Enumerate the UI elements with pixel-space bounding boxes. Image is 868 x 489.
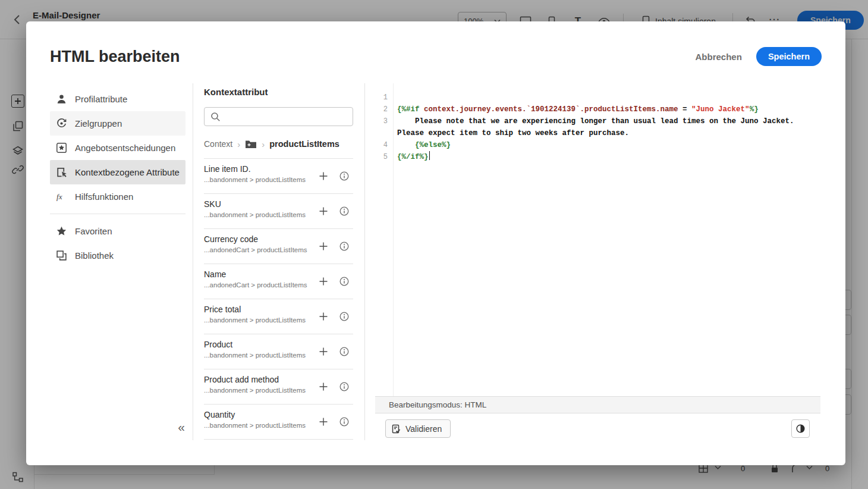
sidebar-item-label: Hilfsfunktionen [75, 192, 133, 202]
info-icon[interactable] [337, 415, 351, 429]
attribute-row: SKU...bandonment > productListItems [204, 194, 353, 229]
code-text [393, 92, 820, 104]
info-icon[interactable] [337, 274, 351, 289]
sidebar-item-label: Zielgruppen [75, 118, 122, 128]
code-line[interactable]: 2{%#if context.journey.events.`190122413… [375, 104, 820, 115]
info-icon[interactable] [337, 239, 351, 253]
collapse-sidebar-button[interactable]: « [172, 419, 190, 435]
panel-divider [193, 83, 193, 440]
search-input[interactable] [205, 108, 353, 126]
sidebar-item-kontextbezogene-attribute[interactable]: Kontextbezogene Attribute [50, 160, 185, 184]
text-cursor [429, 151, 430, 160]
attribute-path: ...bandonment > productListItems [204, 419, 353, 429]
save-button[interactable]: Speichern [756, 47, 822, 66]
svg-text:fx: fx [56, 192, 62, 201]
context-attributes-icon [56, 167, 67, 178]
attribute-row: Product...bandonment > productListItems [204, 334, 353, 369]
attribute-name: Product [204, 334, 353, 349]
attribute-row: Line item ID....bandonment > productList… [204, 159, 353, 194]
person-icon [56, 93, 67, 105]
add-attribute-button[interactable] [316, 415, 331, 429]
add-attribute-button[interactable] [316, 344, 331, 359]
add-attribute-button[interactable] [316, 169, 331, 183]
modal-sidebar-list: ProfilattributeZielgruppenAngebotsentsch… [50, 87, 185, 268]
add-attribute-button[interactable] [316, 309, 331, 324]
theme-toggle-button[interactable] [791, 419, 810, 438]
code-line[interactable]: 4 {%else%} [375, 139, 820, 151]
attribute-name: Product add method [204, 369, 353, 384]
code-editor-area[interactable]: 12{%#if context.journey.events.`19012241… [375, 83, 820, 396]
add-attribute-button[interactable] [316, 239, 331, 253]
attribute-row: Quantity...bandonment > productListItems [204, 405, 353, 440]
attribute-list: Line item ID....bandonment > productList… [204, 158, 353, 440]
info-icon[interactable] [337, 204, 351, 218]
breadcrumb-separator: › [262, 139, 265, 149]
sidebar-item-label: Profilattribute [75, 94, 127, 104]
attribute-name: Price total [204, 299, 353, 314]
attribute-row: Price total...bandonment > productListIt… [204, 299, 353, 334]
sidebar-item-profilattribute[interactable]: Profilattribute [50, 87, 185, 111]
audiences-icon [56, 118, 67, 129]
info-icon[interactable] [337, 344, 351, 359]
sidebar-item-favoriten[interactable]: Favoriten [50, 219, 185, 243]
editor-actions-bar: Validieren [375, 413, 820, 443]
folder-icon[interactable] [245, 140, 257, 149]
helper-functions-icon: fx [56, 191, 67, 202]
sidebar-item-label: Bibliothek [75, 250, 114, 261]
attribute-name: SKU [204, 194, 353, 209]
attribute-row: Product add method...bandonment > produc… [204, 369, 353, 405]
attribute-path: ...bandonment > productListItems [204, 314, 353, 324]
line-number: 3 [375, 115, 393, 139]
context-attributes-panel: Kontextattribut Context › › productListI… [204, 83, 353, 446]
info-icon[interactable] [337, 169, 351, 183]
search-icon [210, 112, 221, 122]
attribute-path: ...bandonment > productListItems [204, 174, 353, 183]
html-editor: 12{%#if context.journey.events.`19012241… [375, 83, 820, 443]
modal-header: HTML bearbeiten Abbrechen Speichern [50, 43, 822, 70]
sidebar-item-label: Kontextbezogene Attribute [75, 167, 180, 177]
edit-html-modal: HTML bearbeiten Abbrechen Speichern Prof… [26, 21, 845, 465]
code-text: {%/if%} [393, 151, 820, 163]
sidebar-divider [50, 214, 185, 214]
code-line[interactable]: 3 Please note that we are experiencing l… [375, 115, 820, 139]
contrast-icon [795, 424, 806, 434]
add-attribute-button[interactable] [316, 380, 331, 394]
modal-title: HTML bearbeiten [50, 48, 180, 66]
breadcrumb: Context › › productListItems [204, 138, 339, 150]
code-lines: 12{%#if context.journey.events.`19012241… [375, 83, 820, 163]
sidebar-item-label: Angebotsentscheidungen [75, 143, 175, 153]
info-icon[interactable] [337, 309, 351, 324]
validate-button[interactable]: Validieren [385, 419, 451, 438]
attribute-name: Line item ID. [204, 159, 353, 174]
code-line[interactable]: 5{%/if%} [375, 151, 820, 163]
add-attribute-button[interactable] [316, 274, 331, 289]
code-text: {%else%} [393, 139, 820, 151]
sidebar-item-label: Favoriten [75, 226, 112, 236]
library-icon [56, 250, 67, 261]
breadcrumb-root[interactable]: Context [204, 139, 232, 149]
validate-icon [392, 424, 401, 434]
code-text: Please note that we are experiencing lon… [393, 115, 820, 139]
line-number: 2 [375, 104, 393, 115]
breadcrumb-separator: › [237, 139, 240, 149]
line-number: 1 [375, 92, 393, 104]
add-attribute-button[interactable] [316, 204, 331, 218]
attribute-row: Name...andonedCart > productListItems [204, 264, 353, 299]
editing-mode-label: Bearbeitungsmodus: HTML [389, 400, 486, 409]
validate-label: Validieren [405, 424, 442, 434]
info-icon[interactable] [337, 380, 351, 394]
sidebar-item-zielgruppen[interactable]: Zielgruppen [50, 111, 185, 136]
attribute-path: ...andonedCart > productListItems [204, 279, 353, 289]
star-icon [56, 225, 67, 237]
code-line[interactable]: 1 [375, 92, 820, 104]
search-box [204, 107, 353, 126]
sidebar-item-hilfsfunktionen[interactable]: fxHilfsfunktionen [50, 184, 185, 209]
sidebar-item-bibliothek[interactable]: Bibliothek [50, 243, 185, 268]
attribute-name: Name [204, 264, 353, 279]
sidebar-item-angebotsentscheidungen[interactable]: Angebotsentscheidungen [50, 136, 185, 160]
attribute-name: Currency code [204, 229, 353, 244]
offer-decisions-icon [56, 142, 67, 153]
panel-divider [364, 83, 365, 440]
cancel-button[interactable]: Abbrechen [696, 52, 742, 62]
line-number: 4 [375, 139, 393, 151]
